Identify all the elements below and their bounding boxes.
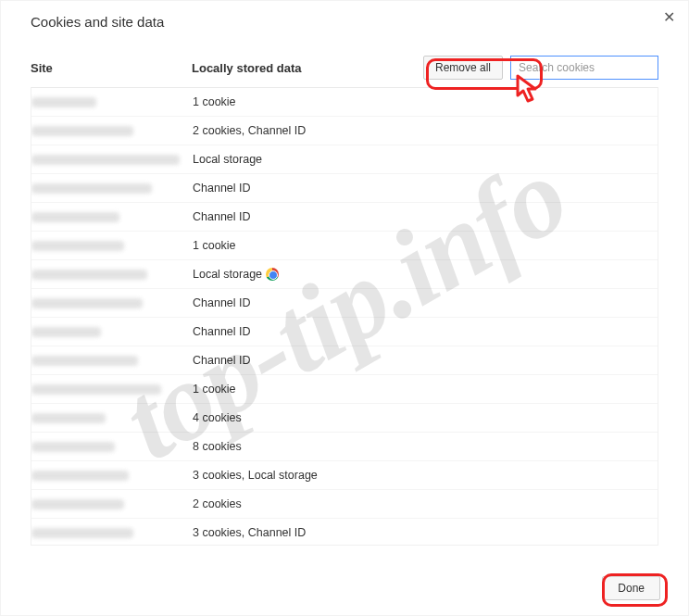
table-row[interactable]: Channel ID [31,289,658,318]
data-cell: 3 cookies, Channel ID [193,526,658,539]
table-row[interactable]: 2 cookies [31,490,658,519]
site-name-redacted [31,183,152,194]
table-row[interactable]: Channel ID [31,346,658,375]
site-cell [31,499,193,509]
site-cell [31,155,193,165]
data-cell: 3 cookies, Local storage [193,469,658,482]
site-cell [31,413,193,423]
remove-all-button[interactable]: Remove all [423,56,503,80]
dialog-footer: Done [602,576,660,600]
close-icon[interactable]: ✕ [663,10,675,25]
stored-data-label: 3 cookies, Channel ID [193,526,306,539]
site-cell [31,356,193,366]
table-row[interactable]: Local storage [31,260,658,289]
table-row[interactable]: 1 cookie [31,375,658,404]
site-name-redacted [31,155,180,165]
site-name-redacted [31,298,143,308]
site-cell [31,298,193,308]
site-name-redacted [31,97,96,107]
site-cell [31,442,193,452]
site-name-redacted [31,126,133,136]
stored-data-label: Channel ID [193,354,251,367]
site-name-redacted [31,528,133,538]
site-name-redacted [31,327,101,337]
table-row[interactable]: 4 cookies [31,404,658,433]
data-cell: 2 cookies [193,497,658,510]
data-cell: 1 cookie [193,95,658,108]
table-row[interactable]: Channel ID [31,318,658,346]
site-name-redacted [31,384,161,395]
stored-data-label: Channel ID [193,182,251,195]
site-name-redacted [31,212,119,222]
stored-data-label: 2 cookies [193,497,242,510]
stored-data-label: 1 cookie [193,239,236,252]
site-name-redacted [31,241,124,251]
chrome-icon [266,268,279,281]
table-row[interactable]: Local storage [31,145,658,174]
table-row[interactable]: 2 cookies, Channel ID [31,117,658,145]
table-row[interactable]: Channel ID [31,203,658,232]
table-row[interactable]: 8 cookies [31,433,658,461]
table-row[interactable]: 3 cookies, Local storage [31,461,658,490]
data-cell: Local storage [193,153,658,166]
site-cell [31,270,193,280]
data-cell: 1 cookie [193,383,658,396]
site-name-redacted [31,413,106,423]
stored-data-label: 3 cookies, Local storage [193,469,318,482]
stored-data-label: 8 cookies [193,440,242,453]
site-name-redacted [31,356,138,366]
stored-data-label: Local storage [193,268,262,281]
site-cell [31,241,193,251]
site-name-redacted [31,471,129,481]
stored-data-label: Channel ID [193,296,251,309]
column-header-site: Site [31,61,192,75]
site-cell [31,471,193,481]
data-cell: 8 cookies [193,440,658,453]
data-cell: Channel ID [193,210,658,223]
table-row[interactable]: 1 cookie [31,88,658,117]
stored-data-label: 2 cookies, Channel ID [193,124,306,137]
data-cell: Local storage [193,268,658,281]
data-cell: 2 cookies, Channel ID [193,124,658,137]
site-cell [31,126,193,136]
data-cell: Channel ID [193,296,658,309]
stored-data-label: 4 cookies [193,411,242,424]
stored-data-label: 1 cookie [193,383,236,396]
stored-data-label: 1 cookie [193,95,236,108]
cookies-dialog: ✕ Cookies and site data Site Locally sto… [0,0,689,616]
table-row[interactable]: 3 cookies, Channel ID [31,519,658,545]
table-row[interactable]: Channel ID [31,174,658,203]
column-header-data: Locally stored data [192,61,423,75]
site-cell [31,384,193,395]
data-cell: 1 cookie [193,239,658,252]
site-cell [31,97,193,107]
search-input[interactable] [510,56,658,80]
data-cell: Channel ID [193,325,658,338]
data-cell: Channel ID [193,182,658,195]
site-cell [31,183,193,194]
stored-data-label: Local storage [193,153,262,166]
site-name-redacted [31,270,147,280]
site-cell [31,327,193,337]
data-cell: Channel ID [193,354,658,367]
cookies-list-scroll[interactable]: 1 cookie2 cookies, Channel IDLocal stora… [31,88,658,545]
header-row: Site Locally stored data Remove all [19,52,670,87]
done-button[interactable]: Done [602,576,660,600]
stored-data-label: Channel ID [193,210,251,223]
table-row[interactable]: 1 cookie [31,232,658,260]
data-cell: 4 cookies [193,411,658,424]
site-cell [31,212,193,222]
site-name-redacted [31,442,115,452]
site-name-redacted [31,499,124,509]
cookies-list-container: 1 cookie2 cookies, Channel IDLocal stora… [31,87,658,546]
dialog-title: Cookies and site data [31,14,670,30]
stored-data-label: Channel ID [193,325,251,338]
site-cell [31,528,193,538]
